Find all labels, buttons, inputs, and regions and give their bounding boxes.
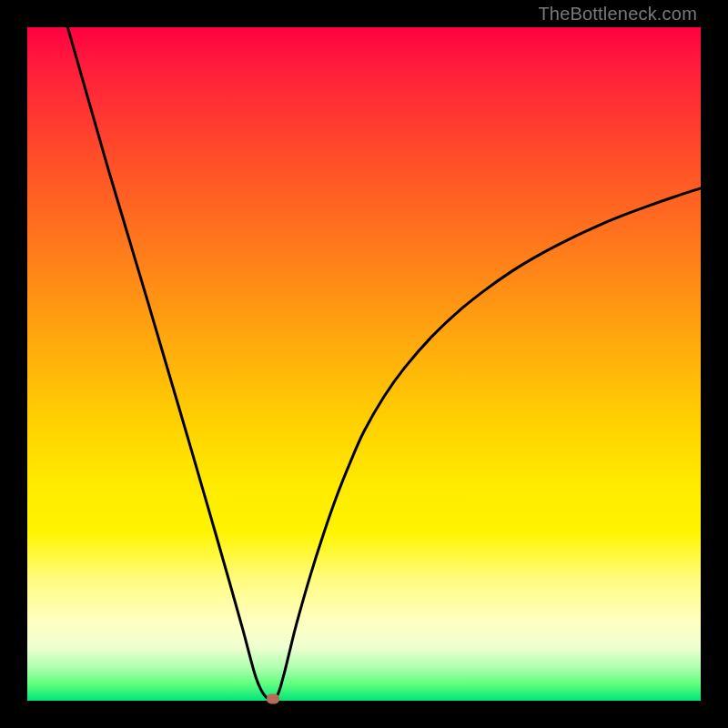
optimal-point-marker xyxy=(267,693,279,703)
chart-frame: TheBottleneck.com xyxy=(0,0,728,728)
bottleneck-curve xyxy=(67,27,701,700)
plot-area xyxy=(27,27,701,701)
watermark-text: TheBottleneck.com xyxy=(538,4,697,25)
curve-svg xyxy=(27,27,701,701)
